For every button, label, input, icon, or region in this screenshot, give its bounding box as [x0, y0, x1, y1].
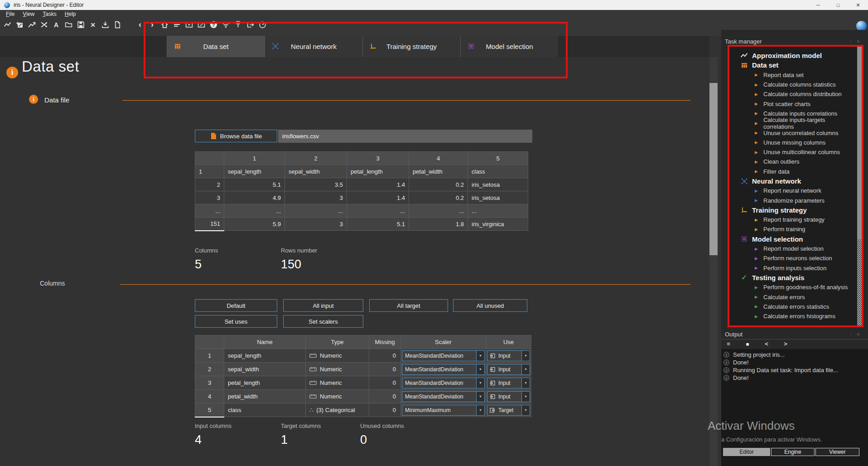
chevron-down-icon[interactable]: ▼ — [476, 392, 484, 402]
font-icon[interactable]: A — [52, 21, 60, 29]
next-icon[interactable]: > — [782, 340, 789, 347]
trend-arrow-icon[interactable] — [28, 21, 36, 29]
tab-model-selection[interactable]: Model selection — [460, 36, 558, 57]
wifi-icon[interactable] — [222, 21, 230, 29]
scaler-dropdown[interactable]: MeanStandardDeviation▼ — [402, 364, 485, 375]
back-icon[interactable]: ‹ — [136, 21, 144, 29]
home-icon[interactable] — [160, 21, 169, 29]
chevron-down-icon[interactable]: ▼ — [476, 351, 484, 361]
footer-tab-viewer[interactable]: Viewer — [815, 448, 859, 456]
task-report-data-set[interactable]: ▶Report data set — [729, 70, 857, 80]
menu-tasks[interactable]: Tasks — [39, 11, 61, 17]
set-uses-button[interactable]: Set uses — [195, 315, 277, 328]
tab-training-strategy[interactable]: Training strategy — [362, 36, 460, 57]
task-plot-scatter-charts[interactable]: ▶Plot scatter charts — [729, 99, 857, 108]
task-unuse-missing-columns[interactable]: ▶Unuse missing columns — [729, 138, 857, 147]
edit-chart-icon[interactable] — [15, 21, 24, 29]
task-unuse-multicollinear-columns[interactable]: ▶Unuse multicollinear columns — [729, 147, 857, 157]
forward-icon[interactable]: › — [148, 21, 156, 29]
tab-neural-network[interactable]: Neural network — [265, 36, 362, 57]
task-group-model-selection[interactable]: Model selection — [729, 234, 857, 244]
edit-box-icon[interactable] — [197, 21, 205, 29]
shuffle-icon[interactable] — [40, 21, 48, 29]
chevron-down-icon[interactable]: ▼ — [521, 405, 530, 415]
use-dropdown[interactable]: Target▼ — [487, 405, 530, 416]
footer-tab-editor[interactable]: Editor — [723, 448, 770, 456]
task-filter-data[interactable]: ▶Filter data — [729, 167, 857, 176]
export-icon[interactable] — [246, 21, 254, 29]
task-perform-training[interactable]: ▶Perform training — [729, 224, 857, 234]
task-report-neural-network[interactable]: ▶Report neural network — [729, 186, 857, 195]
task-report-training-strategy[interactable]: ▶Report training strategy — [729, 215, 857, 224]
footer-tab-engine[interactable]: Engine — [771, 448, 815, 456]
upload-icon[interactable] — [234, 21, 242, 29]
task-perform-neurons-selection[interactable]: ▶Perform neurons selection — [729, 253, 857, 263]
video-icon[interactable] — [185, 21, 193, 29]
set-scalers-button[interactable]: Set scalers — [283, 315, 363, 328]
task-group-approximation-model[interactable]: Approximation model — [729, 51, 857, 60]
open-folder-icon[interactable] — [64, 21, 72, 29]
task-calculate-errors[interactable]: ▶Calculate errors — [729, 292, 857, 301]
task-unuse-uncorrelated-columns[interactable]: ▶Unuse uncorrelated columns — [729, 128, 857, 137]
browse-data-file-button[interactable]: Browse data file — [195, 130, 277, 142]
all-unused-button[interactable]: All unused — [453, 299, 527, 312]
gauge-icon[interactable] — [258, 21, 266, 29]
help-icon[interactable]: ? — [209, 21, 217, 29]
default-button[interactable]: Default — [195, 299, 277, 312]
use-dropdown[interactable]: Input▼ — [487, 391, 530, 402]
chevron-down-icon[interactable]: ▼ — [476, 364, 484, 374]
chevron-down-icon[interactable]: ▼ — [476, 405, 484, 415]
scaler-dropdown[interactable]: MeanStandardDeviation▼ — [402, 391, 485, 402]
task-group-testing-analysis[interactable]: ✓Testing analysis — [729, 273, 857, 282]
word-wrap-icon[interactable]: ≡ — [725, 340, 732, 347]
main-scrollbar[interactable] — [709, 57, 718, 466]
save-icon[interactable] — [77, 21, 85, 29]
new-document-icon[interactable] — [113, 21, 121, 29]
minimize-button[interactable]: ─ — [808, 0, 828, 10]
use-dropdown[interactable]: Input▼ — [487, 350, 530, 361]
task-clean-outliers[interactable]: ▶Clean outliers — [729, 157, 857, 166]
task-calculate-errors-histograms[interactable]: ▶Calculate errors histograms — [729, 311, 857, 321]
line-chart-icon[interactable] — [3, 21, 11, 29]
task-calculate-errors-statistics[interactable]: ▶Calculate errors statistics — [729, 302, 857, 311]
task-report-model-selection[interactable]: ▶Report model selection — [729, 244, 857, 253]
scaler-dropdown[interactable]: MeanStandardDeviation▼ — [402, 350, 485, 361]
task-perform-inputs-selection[interactable]: ▶Perform inputs selection — [729, 263, 857, 273]
chevron-down-icon[interactable]: ▼ — [521, 378, 530, 388]
chevron-down-icon[interactable]: ▼ — [521, 351, 530, 361]
task-randomize-parameters[interactable]: ▶Randomize parameters — [729, 195, 857, 205]
maximize-button[interactable]: □ — [828, 0, 848, 10]
main-scrollbar-thumb[interactable] — [709, 83, 718, 255]
chevron-down-icon[interactable]: ▼ — [521, 392, 530, 402]
scaler-dropdown[interactable]: MinimumMaximum▼ — [402, 405, 485, 416]
task-group-training-strategy[interactable]: Training strategy — [729, 205, 857, 215]
task-perform-goodness-of-fit-analysis[interactable]: ▶Perform goodness-of-fit analysis — [729, 282, 857, 292]
task-group-data-set[interactable]: Data set — [729, 60, 857, 70]
task-calculate-columns-distribution[interactable]: ▶Calculate columns distribution — [729, 89, 857, 99]
import-icon[interactable] — [101, 21, 109, 29]
all-input-button[interactable]: All input — [283, 299, 363, 312]
tree-scrollbar[interactable] — [857, 47, 863, 325]
panel-controls[interactable]: ▫ ✕ — [850, 39, 862, 44]
task-group-neural-network[interactable]: Neural network — [729, 176, 857, 186]
scaler-dropdown[interactable]: MeanStandardDeviation▼ — [402, 378, 485, 388]
console-icon[interactable] — [173, 21, 181, 29]
panel-controls[interactable]: ▫ ✕ — [850, 332, 862, 337]
data-file-path-field[interactable]: irisflowers.csv — [278, 130, 532, 143]
menu-help[interactable]: Help — [61, 11, 80, 17]
task-calculate-columns-statistics[interactable]: ▶Calculate columns statistics — [729, 80, 857, 89]
chevron-down-icon[interactable]: ▼ — [476, 378, 484, 388]
tab-data-set[interactable]: Data set — [167, 36, 265, 57]
menu-view[interactable]: View — [19, 11, 39, 17]
previous-icon[interactable]: < — [763, 340, 770, 347]
menu-file[interactable]: File — [2, 11, 19, 17]
use-dropdown[interactable]: Input▼ — [487, 364, 530, 375]
all-target-button[interactable]: All target — [369, 299, 448, 312]
chevron-down-icon[interactable]: ▼ — [521, 364, 530, 374]
task-calculate-inputs-targets-correlations[interactable]: ▶Calculate inputs-targets correlations — [729, 118, 857, 128]
close-project-icon[interactable]: ✕ — [89, 21, 97, 29]
tree-scrollbar-thumb[interactable] — [857, 47, 863, 239]
stop-icon[interactable]: ■ — [744, 341, 751, 347]
close-button[interactable]: ✕ — [848, 0, 868, 10]
use-dropdown[interactable]: Input▼ — [487, 378, 530, 388]
